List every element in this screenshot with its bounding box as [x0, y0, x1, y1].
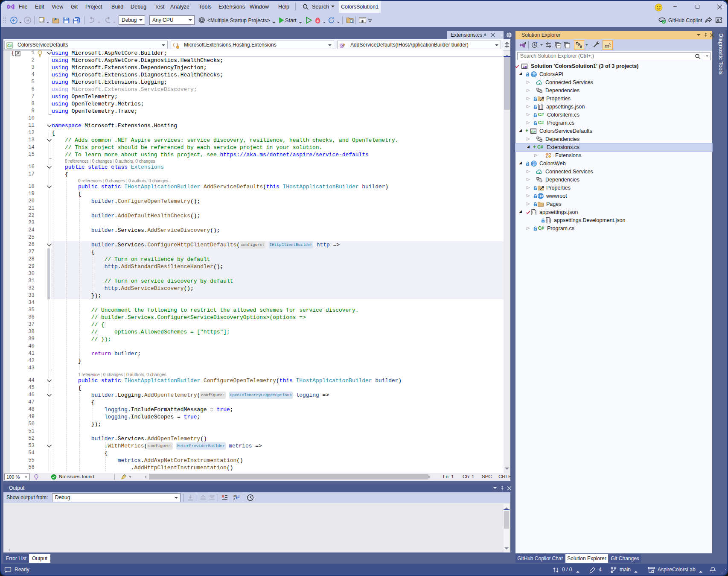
svg-text:{ }: { } [547, 218, 550, 222]
svg-text:C#: C# [531, 130, 536, 134]
svg-text:{ }: { } [532, 210, 536, 214]
svg-text:ab: ab [233, 494, 237, 497]
svg-text:c: c [233, 497, 235, 500]
svg-text:{ }: { } [539, 105, 542, 109]
svg-text:C#: C# [7, 44, 12, 48]
